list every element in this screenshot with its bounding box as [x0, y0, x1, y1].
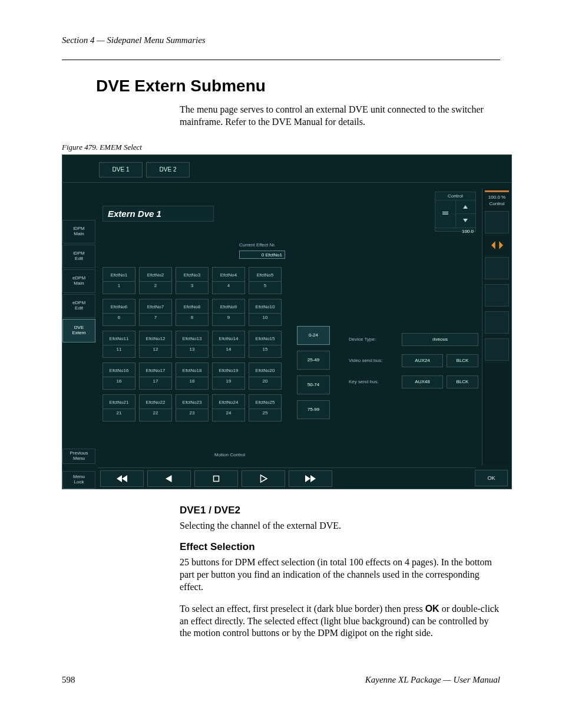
- svg-marker-6: [261, 475, 267, 482]
- heading-effect-selection: Effect Selection: [180, 541, 500, 553]
- effect-button-13[interactable]: EfctNo1313: [176, 331, 209, 358]
- sidebar-item-idpm-main[interactable]: iDPMMain: [62, 220, 95, 243]
- effect-button-21[interactable]: EfctNo2121: [103, 394, 135, 421]
- svg-marker-9: [491, 241, 495, 249]
- effect-button-25[interactable]: EfctNo2525: [249, 394, 282, 421]
- sidebar-item-dve-extern[interactable]: DVEExtern: [62, 319, 95, 342]
- effect-button-19[interactable]: EfctNo1919: [212, 363, 245, 390]
- effect-button-2[interactable]: EfctNo22: [139, 267, 172, 294]
- ok-inline: OK: [425, 604, 439, 614]
- page-range-50-74[interactable]: 50-74: [297, 375, 330, 394]
- svg-marker-1: [463, 219, 468, 222]
- svg-marker-8: [310, 475, 316, 482]
- rule-top: [62, 60, 500, 60]
- play-button[interactable]: [242, 470, 285, 487]
- reverse-play-button[interactable]: [147, 470, 191, 487]
- menu-lock-button[interactable]: MenuLock: [62, 471, 95, 489]
- effect-button-5[interactable]: EfctNo55: [249, 267, 282, 294]
- svg-marker-7: [305, 475, 310, 482]
- device-row-value[interactable]: AUX24: [402, 354, 443, 367]
- paragraph-effect-buttons: 25 buttons for DPM effect selection (in …: [180, 556, 500, 593]
- transport-bar: [98, 467, 476, 489]
- ok-button[interactable]: OK: [475, 470, 508, 486]
- panel-title: Extern Dve 1: [103, 206, 214, 222]
- svg-marker-10: [499, 241, 503, 249]
- effect-button-8[interactable]: EfctNo88: [176, 299, 209, 326]
- device-row-label: Key send bus:: [349, 379, 398, 384]
- figure-caption: Figure 479. EMEM Select: [62, 143, 500, 152]
- chevron-up-icon[interactable]: [462, 205, 468, 209]
- effect-button-20[interactable]: EfctNo2020: [249, 363, 282, 390]
- page-footer: 598 Kayenne XL Package — User Manual: [62, 675, 500, 685]
- effect-button-23[interactable]: EfctNo2323: [176, 394, 209, 421]
- effect-button-17[interactable]: EfctNo1717: [139, 363, 172, 390]
- digipot-slot-1[interactable]: [485, 211, 509, 233]
- effect-button-4[interactable]: EfctNo44: [212, 267, 245, 294]
- effect-button-1[interactable]: EfctNo11: [103, 267, 135, 294]
- svg-marker-4: [166, 475, 172, 482]
- footer-book-title: Kayenne XL Package — User Manual: [365, 675, 500, 685]
- page-range-25-49[interactable]: 25-49: [297, 351, 330, 370]
- page-range-0-24[interactable]: 0-24: [297, 326, 330, 345]
- control-column-label: Control: [482, 201, 511, 206]
- digipot-slot-4[interactable]: [485, 311, 509, 334]
- motion-control-label: Motion Control: [214, 452, 245, 457]
- sidebar-item-edpm-edit[interactable]: eDPMEdit: [62, 294, 95, 318]
- sidebar-item-idpm-edit[interactable]: iDPMEdit: [62, 245, 95, 268]
- control-percent-value: 100.0 %: [482, 195, 511, 200]
- effect-button-14[interactable]: EfctNo1414: [212, 331, 245, 358]
- device-row-label: Video send bus:: [349, 358, 398, 363]
- intro-paragraph: The menu page serves to control an exter…: [180, 104, 500, 129]
- running-head: Section 4 — Sidepanel Menu Summaries: [62, 35, 500, 45]
- svg-marker-2: [117, 475, 122, 482]
- control-widget[interactable]: Control 100.0: [435, 192, 476, 232]
- page-number: 598: [62, 675, 75, 685]
- p3-part-a: To select an effect, first preselect it …: [180, 604, 425, 614]
- rewind-button[interactable]: [100, 470, 144, 487]
- effect-button-15[interactable]: EfctNo1515: [249, 331, 282, 358]
- effect-button-10[interactable]: EfctNo1010: [249, 299, 282, 326]
- device-row-value2[interactable]: BLCK: [447, 354, 478, 367]
- chevron-down-icon[interactable]: [462, 218, 468, 223]
- tab-dve-2[interactable]: DVE 2: [146, 162, 190, 177]
- effect-button-9[interactable]: EfctNo99: [212, 299, 245, 326]
- tab-row-divider: [62, 182, 511, 183]
- accent-bar: [485, 190, 509, 192]
- control-widget-value: 100.0: [435, 228, 475, 235]
- svg-rect-5: [214, 476, 219, 482]
- current-effect-value: 0 EfctNo1: [239, 251, 285, 259]
- stop-button[interactable]: [194, 470, 238, 487]
- effect-button-11[interactable]: EfctNo1111: [103, 331, 135, 358]
- paragraph-select-effect: To select an effect, first preselect it …: [180, 603, 500, 640]
- sidebar-item-edpm-main[interactable]: eDPMMain: [62, 269, 95, 293]
- heading-dve1-dve2: DVE1 / DVE2: [180, 505, 500, 516]
- previous-menu-button[interactable]: PreviousMenu: [62, 449, 95, 464]
- effect-button-22[interactable]: EfctNo2222: [139, 394, 172, 421]
- control-widget-header: Control: [435, 192, 475, 200]
- effect-button-6[interactable]: EfctNo66: [103, 299, 135, 326]
- device-row-value[interactable]: dveous: [402, 333, 478, 346]
- paragraph-channel-select: Selecting the channel of the external DV…: [180, 520, 500, 532]
- right-control-column: 100.0 % Control: [482, 188, 511, 465]
- page-range-75-99[interactable]: 75-99: [297, 400, 330, 419]
- digipot-slot-2[interactable]: [485, 257, 509, 279]
- effect-button-24[interactable]: EfctNo2424: [212, 394, 245, 421]
- svg-marker-3: [122, 475, 127, 482]
- effect-button-3[interactable]: EfctNo33: [176, 267, 209, 294]
- device-row-label: Device Type:: [349, 337, 398, 342]
- arrows-icon[interactable]: [485, 238, 509, 252]
- current-effect-label: Current Effect Nr.: [239, 242, 276, 248]
- tab-dve-1[interactable]: DVE 1: [99, 162, 143, 177]
- device-row-value2[interactable]: BLCK: [447, 375, 478, 388]
- digipot-slot-3[interactable]: [485, 284, 509, 307]
- effect-button-18[interactable]: EfctNo1818: [176, 363, 209, 390]
- device-row-value[interactable]: AUX48: [402, 375, 443, 388]
- effect-button-16[interactable]: EfctNo1616: [103, 363, 135, 390]
- screenshot-emem-select: DVE 1DVE 2 Extern Dve 1 Control 100.0 iD…: [62, 154, 512, 489]
- svg-marker-0: [463, 205, 468, 209]
- digipot-slot-5[interactable]: [485, 338, 509, 361]
- fast-forward-button[interactable]: [289, 470, 332, 487]
- effect-button-7[interactable]: EfctNo77: [139, 299, 172, 326]
- hamburger-icon: [442, 212, 448, 216]
- effect-button-12[interactable]: EfctNo1212: [139, 331, 172, 358]
